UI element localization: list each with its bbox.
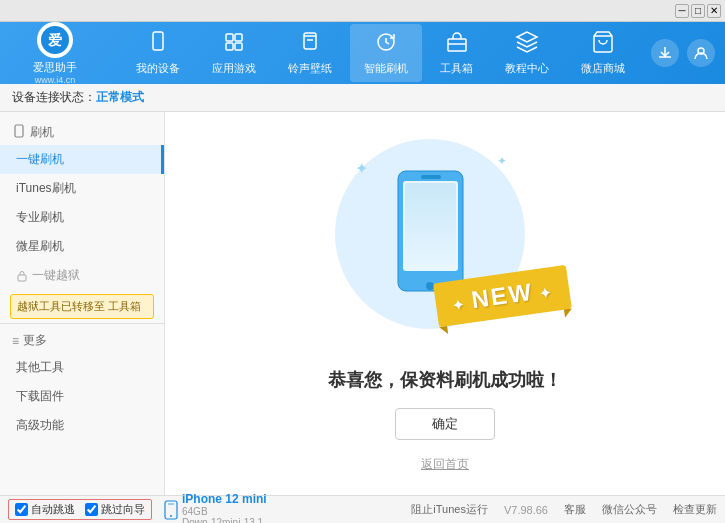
title-bar: ─ □ ✕ xyxy=(0,0,725,22)
sidebar-item-itunes[interactable]: iTunes刷机 xyxy=(0,174,164,203)
sidebar-item-weixing[interactable]: 微星刷机 xyxy=(0,232,164,261)
nav-tutorial[interactable]: 教程中心 xyxy=(491,24,563,82)
new-badge-text: NEW xyxy=(470,278,535,313)
header: 爱 爱思助手 www.i4.cn 我的设备 应用游戏 铃声壁纸 xyxy=(0,22,725,84)
checkbox-area: 自动跳逃 跳过向导 xyxy=(8,499,152,520)
svg-rect-16 xyxy=(15,125,23,137)
nav-ringtones-label: 铃声壁纸 xyxy=(288,61,332,76)
tutorial-icon xyxy=(515,30,539,59)
auto-jump-checkbox[interactable] xyxy=(15,503,28,516)
device-icon xyxy=(164,500,178,520)
sidebar-item-download-firmware[interactable]: 下载固件 xyxy=(0,382,164,411)
check-update-link[interactable]: 检查更新 xyxy=(673,502,717,517)
nav-weidian-label: 微店商城 xyxy=(581,61,625,76)
status-label: 设备连接状态： xyxy=(12,89,96,106)
nav-ringtones[interactable]: 铃声壁纸 xyxy=(274,24,346,82)
skip-wizard-text: 跳过向导 xyxy=(101,502,145,517)
new-badge-suffix: ✦ xyxy=(533,284,555,303)
nav-bar: 我的设备 应用游戏 铃声壁纸 智能刷机 工具箱 xyxy=(110,24,651,82)
sidebar-item-other-tools[interactable]: 其他工具 xyxy=(0,353,164,382)
sparkle-tl: ✦ xyxy=(355,159,368,178)
main-layout: 刷机 一键刷机 iTunes刷机 专业刷机 微星刷机 一键越狱 越狱工具已转移至… xyxy=(0,112,725,495)
minimize-button[interactable]: ─ xyxy=(675,4,689,18)
status-value: 正常模式 xyxy=(96,89,144,106)
svg-point-24 xyxy=(170,515,172,517)
maximize-button[interactable]: □ xyxy=(691,4,705,18)
device-name[interactable]: iPhone 12 mini xyxy=(182,492,267,506)
skip-wizard-checkbox[interactable] xyxy=(85,503,98,516)
nav-toolbox-label: 工具箱 xyxy=(440,61,473,76)
svg-rect-7 xyxy=(235,43,242,50)
nav-toolbox[interactable]: 工具箱 xyxy=(426,24,487,82)
toolbox-icon xyxy=(445,30,469,59)
download-button[interactable] xyxy=(651,39,679,67)
jailbreak-label: 一键越狱 xyxy=(32,267,80,284)
more-section-icon: ≡ xyxy=(12,334,19,348)
sidebar-item-yijian[interactable]: 一键刷机 xyxy=(0,145,164,174)
main-content: ✦ ✦ xyxy=(165,112,725,495)
close-button[interactable]: ✕ xyxy=(707,4,721,18)
again-link[interactable]: 返回首页 xyxy=(421,456,469,473)
sidebar-item-jailbreak: 一键越狱 xyxy=(0,261,164,290)
svg-rect-5 xyxy=(235,34,242,41)
flash-section-icon xyxy=(12,124,26,141)
nav-smart-flash[interactable]: 智能刷机 xyxy=(350,24,422,82)
device-detail: Down-12mini-13,1 xyxy=(182,517,267,524)
nav-apps-games-label: 应用游戏 xyxy=(212,61,256,76)
nav-my-device[interactable]: 我的设备 xyxy=(122,24,194,82)
sidebar-divider xyxy=(0,323,164,324)
sidebar-item-professional[interactable]: 专业刷机 xyxy=(0,203,164,232)
logo-line1: 爱思助手 xyxy=(33,60,77,75)
svg-rect-20 xyxy=(421,175,441,179)
flash-section-label: 刷机 xyxy=(30,124,54,141)
svg-rect-12 xyxy=(448,39,466,51)
skip-wizard-label[interactable]: 跳过向导 xyxy=(85,502,145,517)
svg-rect-22 xyxy=(405,183,456,269)
my-device-icon xyxy=(146,30,170,59)
confirm-button[interactable]: 确定 xyxy=(395,408,495,440)
sidebar: 刷机 一键刷机 iTunes刷机 专业刷机 微星刷机 一键越狱 越狱工具已转移至… xyxy=(0,112,165,495)
user-button[interactable] xyxy=(687,39,715,67)
nav-apps-games[interactable]: 应用游戏 xyxy=(198,24,270,82)
auto-jump-label[interactable]: 自动跳逃 xyxy=(15,502,75,517)
wechat-official-link[interactable]: 微信公众号 xyxy=(602,502,657,517)
status-bar: 设备连接状态： 正常模式 xyxy=(0,84,725,112)
auto-jump-text: 自动跳逃 xyxy=(31,502,75,517)
svg-rect-2 xyxy=(153,32,163,50)
nav-weidian[interactable]: 微店商城 xyxy=(567,24,639,82)
sidebar-section-more: ≡ 更多 xyxy=(0,328,164,353)
logo-area: 爱 爱思助手 www.i4.cn xyxy=(10,22,100,85)
nav-smart-flash-label: 智能刷机 xyxy=(364,61,408,76)
nav-my-device-label: 我的设备 xyxy=(136,61,180,76)
sidebar-item-advanced[interactable]: 高级功能 xyxy=(0,411,164,440)
ringtones-icon xyxy=(298,30,322,59)
svg-rect-4 xyxy=(226,34,233,41)
version-text: V7.98.66 xyxy=(504,504,548,516)
more-section-label: 更多 xyxy=(23,332,47,349)
logo-line2: www.i4.cn xyxy=(35,75,76,85)
bottom-left: 自动跳逃 跳过向导 iPhone 12 mini 64GB Down-12min… xyxy=(8,492,411,524)
svg-rect-6 xyxy=(226,43,233,50)
svg-text:爱: 爱 xyxy=(48,32,62,48)
weidian-icon xyxy=(591,30,615,59)
device-info: iPhone 12 mini 64GB Down-12mini-13,1 xyxy=(182,492,267,524)
sidebar-warning: 越狱工具已转移至 工具箱 xyxy=(10,294,154,319)
header-right xyxy=(651,39,715,67)
new-badge-prefix: ✦ xyxy=(451,295,473,314)
sparkle-tr: ✦ xyxy=(497,154,507,168)
customer-service-link[interactable]: 客服 xyxy=(564,502,586,517)
bottom-bar: 自动跳逃 跳过向导 iPhone 12 mini 64GB Down-12min… xyxy=(0,495,725,523)
device-section: iPhone 12 mini 64GB Down-12mini-13,1 xyxy=(164,492,267,524)
phone-badge-area: ✦ ✦ xyxy=(325,134,565,344)
sidebar-section-flash: 刷机 xyxy=(0,120,164,145)
svg-rect-17 xyxy=(18,275,26,281)
device-storage: 64GB xyxy=(182,506,267,517)
nav-tutorial-label: 教程中心 xyxy=(505,61,549,76)
smart-flash-icon xyxy=(374,30,398,59)
apps-games-icon xyxy=(222,30,246,59)
success-message: 恭喜您，保资料刷机成功啦！ xyxy=(328,368,562,392)
itunes-status: 阻止iTunes运行 xyxy=(411,502,488,517)
logo-icon: 爱 xyxy=(37,22,73,58)
success-illustration: ✦ ✦ xyxy=(325,134,565,473)
bottom-right: 阻止iTunes运行 V7.98.66 客服 微信公众号 检查更新 xyxy=(411,502,717,517)
